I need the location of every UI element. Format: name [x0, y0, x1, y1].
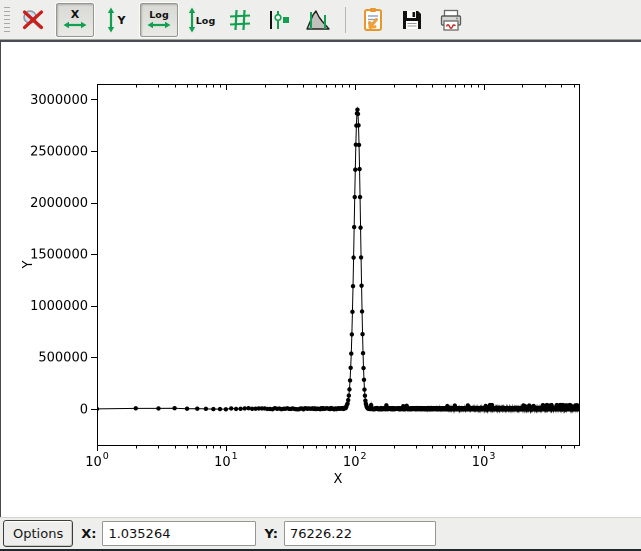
y-log-toggle[interactable]: Log	[185, 3, 217, 37]
grid-toggle[interactable]	[224, 3, 256, 37]
fit-icon	[305, 7, 331, 33]
x-log-icon: Log	[145, 7, 173, 33]
plot-window: X Y	[0, 0, 641, 551]
plot-area	[0, 42, 641, 517]
x-coordinate-field[interactable]	[102, 521, 256, 546]
y-autoscale-icon: Y	[104, 7, 130, 33]
y-log-icon: Log	[186, 7, 216, 33]
save-button[interactable]	[396, 3, 428, 37]
copy-button[interactable]	[357, 3, 389, 37]
y-autoscale-toggle[interactable]: Y	[101, 3, 133, 37]
statusbar: Options X: Y:	[0, 517, 641, 549]
toolbar-separator	[345, 7, 346, 33]
y-coordinate-label: Y:	[264, 526, 277, 541]
x-autoscale-toggle[interactable]: X	[56, 3, 94, 37]
y-autoscale-label: Y	[117, 14, 127, 27]
reset-zoom-icon	[20, 7, 46, 33]
reset-zoom-button[interactable]	[17, 3, 49, 37]
clipboard-icon	[360, 7, 386, 33]
y-coordinate-field[interactable]	[284, 521, 436, 546]
grid-icon	[227, 7, 253, 33]
plot-canvas[interactable]	[1, 42, 641, 517]
fit-button[interactable]	[302, 3, 334, 37]
x-coordinate-label: X:	[81, 526, 96, 541]
x-autoscale-label: X	[71, 8, 80, 21]
print-button[interactable]	[435, 3, 467, 37]
plot-toolbar: X Y	[0, 0, 641, 40]
points-icon	[266, 7, 292, 33]
printer-icon	[438, 7, 464, 33]
x-log-toggle[interactable]: Log	[140, 3, 178, 37]
x-log-label: Log	[149, 9, 168, 20]
floppy-disk-icon	[399, 7, 425, 33]
x-autoscale-icon: X	[62, 7, 88, 33]
options-button[interactable]: Options	[3, 520, 73, 547]
toolbar-drag-handle[interactable]	[4, 7, 10, 32]
points-toggle[interactable]	[263, 3, 295, 37]
y-log-label: Log	[196, 15, 215, 26]
